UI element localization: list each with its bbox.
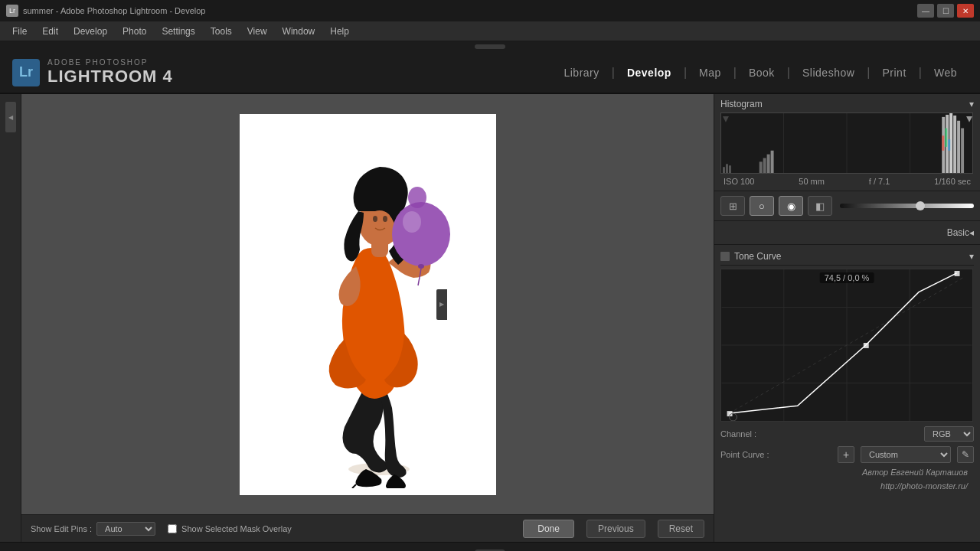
nav-print[interactable]: Print bbox=[872, 62, 917, 83]
basic-collapse-icon[interactable]: ◂ bbox=[969, 227, 974, 238]
close-button[interactable]: ✕ bbox=[957, 4, 974, 18]
histogram-section: Histogram ▾ bbox=[714, 94, 980, 191]
healing-tool[interactable]: ○ bbox=[750, 196, 774, 216]
add-point-button[interactable]: + bbox=[838, 446, 854, 463]
center-area: ▶ Show Edit Pins : Auto Always Never Sel… bbox=[21, 94, 714, 542]
channel-label: Channel : bbox=[720, 429, 756, 439]
tone-curve-collapse-icon[interactable]: ▾ bbox=[969, 251, 974, 262]
iso-info: ISO 100 bbox=[724, 177, 754, 186]
svg-point-5 bbox=[373, 216, 377, 222]
maximize-button[interactable]: ☐ bbox=[937, 4, 954, 18]
tone-slider[interactable] bbox=[840, 204, 974, 208]
svg-rect-18 bbox=[760, 161, 763, 173]
svg-rect-42 bbox=[955, 271, 960, 276]
nav-sep-3: | bbox=[733, 66, 737, 80]
tone-slider-thumb[interactable] bbox=[916, 201, 925, 210]
watermark-line2: http://photo-monster.ru/ bbox=[727, 480, 968, 494]
lr-badge: Lr bbox=[12, 59, 40, 86]
nav-library[interactable]: Library bbox=[553, 62, 609, 83]
point-curve-row: Point Curve : + Custom Linear Medium Con… bbox=[720, 446, 974, 463]
tone-curve-square bbox=[720, 252, 730, 261]
right-panel-toggle[interactable]: ▶ bbox=[436, 289, 447, 320]
basic-header: Basic ◂ bbox=[720, 224, 974, 241]
app-icon: Lr bbox=[6, 5, 18, 17]
nav-map[interactable]: Map bbox=[688, 62, 732, 83]
svg-rect-19 bbox=[763, 158, 766, 174]
menu-window[interactable]: Window bbox=[276, 24, 322, 39]
basic-title: Basic bbox=[947, 227, 969, 238]
watermark-line1: Автор Евгений Карташов bbox=[727, 466, 968, 480]
point-curve-select[interactable]: Custom Linear Medium Contrast Strong Con… bbox=[861, 446, 951, 463]
tone-curve-canvas[interactable]: 74,5 / 0,0 % bbox=[720, 269, 973, 422]
top-panel-handle[interactable] bbox=[475, 44, 505, 49]
svg-rect-16 bbox=[726, 164, 728, 173]
menu-edit[interactable]: Edit bbox=[36, 24, 64, 39]
header: Lr ADOBE PHOTOSHOP LIGHTROOM 4 Library |… bbox=[0, 52, 980, 94]
title-bar: Lr summer - Adobe Photoshop Lightroom - … bbox=[0, 0, 980, 21]
left-panel: ◀ bbox=[0, 94, 21, 542]
watermark: Автор Евгений Карташов http://photo-mons… bbox=[720, 463, 974, 496]
redeye-tool[interactable]: ◉ bbox=[779, 196, 803, 216]
svg-point-9 bbox=[418, 264, 424, 269]
menu-settings[interactable]: Settings bbox=[155, 24, 201, 39]
mask-checkbox[interactable] bbox=[168, 524, 177, 533]
show-mask-label[interactable]: Show Selected Mask Overlay bbox=[181, 524, 292, 533]
histogram-collapse-icon[interactable]: ▾ bbox=[969, 99, 974, 109]
right-panel: Histogram ▾ bbox=[714, 94, 980, 542]
svg-rect-17 bbox=[729, 165, 731, 173]
menu-tools[interactable]: Tools bbox=[204, 24, 238, 39]
tone-slider-container bbox=[840, 204, 974, 208]
gradient-tool[interactable]: ◧ bbox=[808, 196, 832, 216]
logo-area: Lr ADOBE PHOTOSHOP LIGHTROOM 4 bbox=[12, 58, 173, 86]
menu-view[interactable]: View bbox=[241, 24, 273, 39]
svg-point-8 bbox=[403, 211, 421, 233]
bottom-bar: Show Edit Pins : Auto Always Never Selec… bbox=[21, 514, 714, 542]
menu-develop[interactable]: Develop bbox=[67, 24, 113, 39]
aperture-info: f / 7.1 bbox=[869, 177, 890, 186]
menu-file[interactable]: File bbox=[6, 24, 33, 39]
top-strip bbox=[0, 41, 980, 52]
done-button[interactable]: Done bbox=[523, 520, 574, 538]
histogram-canvas bbox=[720, 112, 973, 174]
channel-row: Channel : RGB Red Green Blue bbox=[720, 426, 974, 442]
nav-sep-5: | bbox=[867, 66, 870, 80]
histogram-title: Histogram bbox=[720, 99, 763, 109]
svg-point-7 bbox=[392, 202, 450, 266]
minimize-button[interactable]: — bbox=[917, 4, 934, 18]
reset-button[interactable]: Reset bbox=[658, 520, 704, 538]
nav-links: Library | Develop | Map | Book | Slidesh… bbox=[553, 62, 968, 83]
svg-rect-43 bbox=[864, 343, 869, 348]
show-edit-pins-label: Show Edit Pins : bbox=[31, 524, 92, 533]
histogram-info: ISO 100 50 mm f / 7.1 1/160 sec bbox=[720, 177, 974, 186]
show-mask-container: Show Selected Mask Overlay bbox=[168, 524, 292, 533]
svg-rect-28 bbox=[942, 135, 944, 151]
photo-area: ▶ bbox=[21, 94, 714, 514]
histogram-header: Histogram ▾ bbox=[720, 99, 974, 109]
tone-curve-header: Tone Curve ▾ bbox=[720, 248, 974, 266]
focal-info: 50 mm bbox=[799, 177, 825, 186]
draw-curve-button[interactable]: ✎ bbox=[957, 446, 974, 463]
crop-tool[interactable]: ⊞ bbox=[720, 196, 745, 216]
nav-web[interactable]: Web bbox=[923, 62, 968, 83]
menu-photo[interactable]: Photo bbox=[116, 24, 152, 39]
basic-section: Basic ◂ bbox=[714, 221, 980, 245]
point-curve-label: Point Curve : bbox=[720, 450, 769, 459]
curve-action-buttons: + Custom Linear Medium Contrast Strong C… bbox=[838, 446, 974, 463]
menu-help[interactable]: Help bbox=[324, 24, 355, 39]
tone-curve-section: Tone Curve ▾ 74,5 / 0,0 % bbox=[714, 245, 980, 542]
auto-dropdown[interactable]: Auto Always Never Selected bbox=[96, 522, 155, 536]
channel-select[interactable]: RGB Red Green Blue bbox=[924, 426, 974, 442]
curve-coordinates: 74,5 / 0,0 % bbox=[820, 272, 874, 283]
nav-book[interactable]: Book bbox=[738, 62, 786, 83]
tone-curve-title: Tone Curve bbox=[734, 251, 781, 262]
nav-slideshow[interactable]: Slideshow bbox=[792, 62, 865, 83]
previous-button[interactable]: Previous bbox=[586, 520, 645, 538]
logo-text: ADOBE PHOTOSHOP LIGHTROOM 4 bbox=[47, 58, 173, 86]
window-controls[interactable]: — ☐ ✕ bbox=[917, 4, 974, 18]
svg-rect-29 bbox=[945, 129, 947, 147]
shutter-info: 1/160 sec bbox=[934, 177, 971, 186]
left-panel-toggle[interactable]: ◀ bbox=[5, 102, 16, 132]
nav-develop[interactable]: Develop bbox=[616, 62, 682, 83]
svg-point-6 bbox=[383, 216, 387, 222]
tools-row: ⊞ ○ ◉ ◧ bbox=[714, 191, 980, 221]
